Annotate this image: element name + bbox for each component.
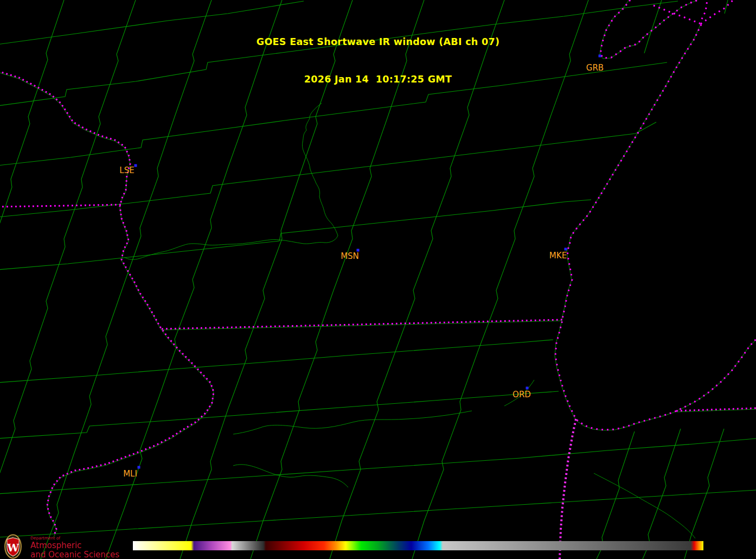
uw-crest-icon: W [1, 534, 25, 559]
station-dot-grb [599, 55, 601, 58]
colorbar [133, 541, 703, 550]
station-label-mke: MKE [549, 251, 567, 261]
logo-text: Department of Atmospheric and Oceanic Sc… [30, 534, 119, 559]
station-dot-mli [138, 466, 140, 469]
svg-text:W: W [7, 542, 19, 554]
logo-line-2: and Oceanic Sciences [30, 551, 119, 559]
uw-aos-logo: W Department of Atmospheric and Oceanic … [1, 534, 119, 559]
station-dot-mke [565, 248, 567, 251]
title-line-2: 2026 Jan 14 10:17:25 GMT [0, 73, 756, 86]
il-in-border [560, 419, 576, 559]
title-line-1: GOES East Shortwave IR window (ABI ch 07… [0, 36, 756, 48]
logo-dept-label: Department of [30, 536, 119, 541]
logo-line-1: Atmospheric [30, 542, 119, 550]
station-label-msn: MSN [341, 251, 359, 261]
image-title: GOES East Shortwave IR window (ABI ch 07… [0, 11, 756, 111]
satellite-viewer: GOES East Shortwave IR window (ABI ch 07… [0, 0, 756, 559]
station-label-grb: GRB [586, 63, 604, 73]
station-label-ord: ORD [512, 390, 531, 399]
station-label-mli: MLI [123, 469, 137, 479]
station-dot-ord [526, 387, 529, 390]
station-dot-lse [134, 164, 137, 167]
mississippi-river-border [0, 71, 214, 536]
station-label-lse: LSE [119, 166, 134, 175]
wi-il-border [162, 320, 562, 329]
